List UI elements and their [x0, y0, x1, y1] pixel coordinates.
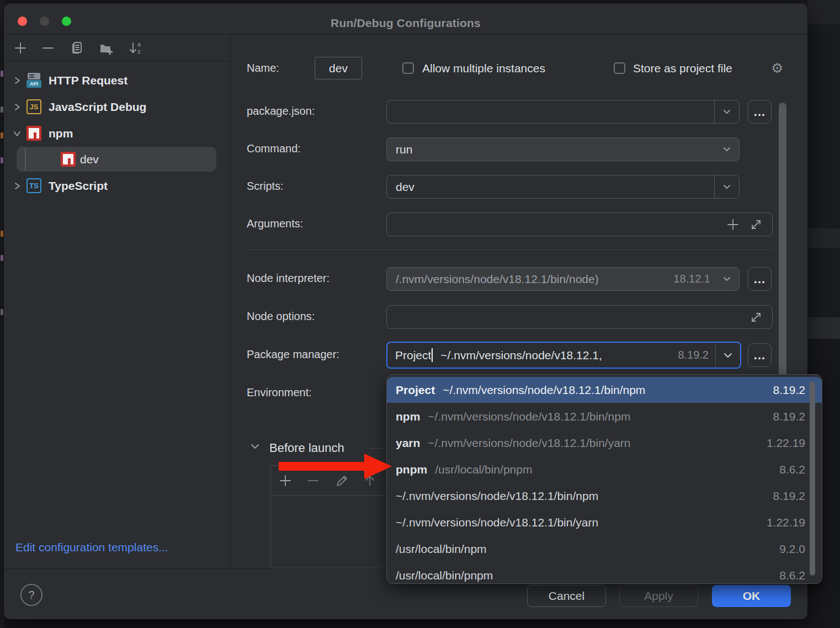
http-request-icon: API	[26, 73, 41, 88]
chevron-down-icon[interactable]	[8, 130, 26, 137]
item-version: 8.19.2	[773, 489, 805, 503]
tree-indent-guide	[25, 148, 26, 171]
chevron-down-icon[interactable]	[250, 443, 260, 453]
dropdown-item-nvm-yarn-path[interactable]: ~/.nvm/versions/node/v18.12.1/bin/yarn 1…	[387, 509, 822, 535]
sidebar-divider	[230, 34, 231, 568]
chevron-right-icon[interactable]	[8, 103, 26, 111]
expand-field-icon[interactable]	[750, 219, 762, 231]
copy-configuration-icon[interactable]	[70, 41, 84, 55]
scripts-label: Scripts:	[247, 180, 284, 193]
background-panel	[807, 228, 840, 248]
item-version: 8.19.2	[773, 410, 805, 423]
form-scrollbar[interactable]	[779, 103, 786, 376]
node-options-input[interactable]	[386, 305, 773, 329]
edit-task-icon[interactable]	[335, 473, 349, 488]
item-path: ~/.nvm/versions/node/v18.12.1/bin/npm	[396, 489, 767, 503]
chevron-right-icon[interactable]	[8, 182, 26, 190]
background-code-glyph	[1, 255, 3, 261]
item-path: ~/.nvm/versions/node/v18.12.1/bin/npm	[428, 410, 766, 423]
background-code-glyph	[1, 107, 3, 113]
chevron-down-icon[interactable]	[715, 100, 739, 123]
background-code-glyph	[1, 231, 3, 237]
package-manager-hint: ~/.nvm/versions/node/v18.12.1,	[433, 349, 678, 362]
name-input[interactable]	[315, 57, 362, 79]
before-launch-label: Before launch	[269, 441, 344, 455]
scripts-combobox[interactable]: dev	[386, 175, 740, 199]
environment-label: Environment:	[247, 386, 312, 399]
item-version: 1.22.19	[767, 437, 805, 450]
add-configuration-icon[interactable]	[14, 41, 27, 55]
annotation-arrow-head	[364, 454, 392, 479]
edit-configuration-templates-link[interactable]: Edit configuration templates...	[15, 541, 168, 554]
chevron-down-icon[interactable]	[715, 268, 739, 290]
background-code-glyph	[1, 157, 3, 163]
tree-item-label: HTTP Request	[49, 74, 127, 87]
expand-field-icon[interactable]	[750, 311, 762, 323]
package-json-label: package.json:	[247, 105, 315, 118]
name-label: Name:	[247, 62, 279, 74]
apply-button[interactable]: Apply	[619, 585, 698, 607]
npm-icon	[26, 126, 41, 141]
item-version: 8.19.2	[773, 384, 805, 397]
item-path: ~/.nvm/versions/node/v18.12.1/bin/yarn	[428, 437, 760, 450]
node-interpreter-value: /.nvm/versions/node/v18.12.1/bin/node)	[387, 273, 673, 286]
package-json-browse-button[interactable]: ...	[748, 100, 772, 124]
tree-item-label: dev	[80, 153, 99, 166]
chevron-down-icon[interactable]	[715, 175, 739, 198]
gear-icon[interactable]: ⚙	[771, 61, 840, 75]
package-json-combobox[interactable]	[386, 100, 740, 124]
svg-text:a: a	[137, 41, 141, 47]
chevron-right-icon[interactable]	[8, 77, 26, 84]
package-manager-browse-button[interactable]: ...	[748, 343, 772, 367]
configurations-toolbar: az	[4, 34, 230, 61]
item-path: ~/.nvm/versions/node/v18.12.1/bin/npm	[443, 384, 766, 397]
background-panel	[807, 0, 840, 24]
add-icon[interactable]	[727, 219, 739, 231]
remove-configuration-icon[interactable]	[41, 41, 55, 55]
node-interpreter-browse-button[interactable]: ...	[748, 267, 772, 291]
add-task-icon[interactable]	[279, 474, 292, 487]
dropdown-item-yarn[interactable]: yarn ~/.nvm/versions/node/v18.12.1/bin/y…	[387, 430, 822, 456]
help-button[interactable]: ?	[20, 584, 42, 606]
ok-button[interactable]: OK	[712, 585, 791, 607]
item-version: 8.6.2	[779, 463, 805, 476]
screen: Run/Debug Configurations az API HTTP Req…	[0, 0, 840, 628]
sort-alphabetically-icon[interactable]: az	[129, 41, 144, 55]
command-label: Command:	[247, 142, 301, 155]
node-interpreter-combobox[interactable]: /.nvm/versions/node/v18.12.1/bin/node) 1…	[386, 267, 740, 291]
new-folder-icon[interactable]	[99, 41, 114, 55]
allow-multiple-instances-checkbox[interactable]	[402, 62, 414, 74]
package-manager-combobox[interactable]: Project ~/.nvm/versions/node/v18.12.1, 8…	[386, 342, 741, 369]
tree-item-npm[interactable]: npm	[8, 121, 227, 146]
package-manager-label: Package manager:	[247, 348, 339, 361]
background-panel	[807, 317, 840, 339]
dropdown-scrollbar[interactable]	[810, 381, 815, 576]
node-interpreter-label: Node interpreter:	[247, 272, 329, 285]
dropdown-item-project[interactable]: Project ~/.nvm/versions/node/v18.12.1/bi…	[387, 377, 822, 403]
arguments-input[interactable]	[386, 212, 773, 236]
dropdown-item-pnpm[interactable]: pnpm /usr/local/bin/pnpm 8.6.2	[387, 456, 822, 482]
command-dropdown[interactable]: run	[386, 137, 740, 161]
tree-item-javascript-debug[interactable]: JS JavaScript Debug	[8, 94, 227, 119]
dropdown-item-nvm-npm-path[interactable]: ~/.nvm/versions/node/v18.12.1/bin/npm 8.…	[387, 483, 822, 509]
item-path: ~/.nvm/versions/node/v18.12.1/bin/yarn	[396, 516, 760, 529]
background-code-glyph	[1, 309, 3, 315]
dialog-title: Run/Debug Configurations	[4, 17, 807, 30]
store-as-project-file-checkbox[interactable]	[614, 62, 625, 74]
dropdown-item-npm[interactable]: npm ~/.nvm/versions/node/v18.12.1/bin/np…	[387, 403, 822, 429]
item-name: pnpm	[396, 463, 427, 476]
cancel-button[interactable]: Cancel	[527, 585, 606, 607]
arguments-label: Arguments:	[247, 217, 303, 230]
command-value: run	[387, 143, 715, 156]
tree-item-label: TypeScript	[49, 179, 108, 193]
dropdown-item-usr-local-npm[interactable]: /usr/local/bin/npm 9.2.0	[387, 536, 822, 562]
remove-task-icon[interactable]	[306, 474, 320, 487]
tree-item-typescript[interactable]: TS TypeScript	[8, 173, 227, 198]
chevron-down-icon[interactable]	[716, 343, 740, 368]
item-version: 1.22.19	[767, 516, 805, 529]
item-name: npm	[396, 410, 420, 423]
chevron-down-icon[interactable]	[715, 138, 739, 161]
tree-item-http-request[interactable]: API HTTP Request	[8, 68, 227, 93]
tree-item-label: JavaScript Debug	[49, 100, 146, 114]
dropdown-item-usr-local-pnpm[interactable]: /usr/local/bin/pnpm 8.6.2	[387, 562, 822, 584]
